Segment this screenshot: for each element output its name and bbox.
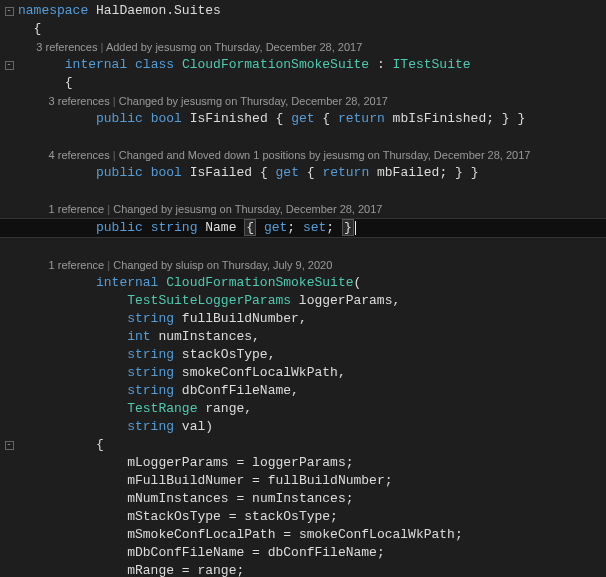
codelens-change[interactable]: Added by jesusmg on Thursday, December 2… <box>106 41 362 53</box>
code-line[interactable]: int numInstances, <box>0 328 606 346</box>
code-line[interactable]: mRange = range; <box>0 562 606 577</box>
value: numInstances <box>252 491 346 506</box>
field: mLoggerParams <box>127 455 228 470</box>
param-type: string <box>127 419 174 434</box>
codelens-change[interactable]: Changed and Moved down 1 positions by je… <box>119 149 531 161</box>
code-line[interactable]: - { <box>0 436 606 454</box>
code-line[interactable]: string val) <box>0 418 606 436</box>
code-line[interactable]: - internal class CloudFormationSmokeSuit… <box>0 56 606 74</box>
value: stackOsType <box>244 509 330 524</box>
field: mStackOsType <box>127 509 221 524</box>
value: loggerParams <box>252 455 346 470</box>
codelens-change[interactable]: Changed by sluisp on Thursday, July 9, 2… <box>113 259 332 271</box>
blank-line[interactable] <box>0 128 606 146</box>
codelens-refs[interactable]: 4 references <box>49 149 110 161</box>
codelens-refs[interactable]: 1 reference <box>49 203 105 215</box>
fold-icon[interactable]: - <box>5 61 14 70</box>
param-type: TestSuiteLoggerParams <box>127 293 291 308</box>
param-type: string <box>127 365 174 380</box>
codelens-change[interactable]: Changed by jesusmg on Thursday, December… <box>113 203 382 215</box>
value: fullBuildNumber <box>268 473 385 488</box>
keyword: internal <box>65 57 127 72</box>
fold-icon[interactable]: - <box>5 441 14 450</box>
field: mFullBuildNumer <box>127 473 244 488</box>
code-line-active[interactable]: public string Name { get; set; } <box>0 218 606 238</box>
fold-icon[interactable]: - <box>5 7 14 16</box>
code-line[interactable]: internal CloudFormationSmokeSuite( <box>0 274 606 292</box>
code-line[interactable]: TestRange range, <box>0 400 606 418</box>
interface-name: ITestSuite <box>393 57 471 72</box>
param-name: smokeConfLocalWkPath <box>182 365 338 380</box>
param-type: int <box>127 329 150 344</box>
param-name: dbConfFileName <box>182 383 291 398</box>
param-type: TestRange <box>127 401 197 416</box>
code-line[interactable]: string dbConfFileName, <box>0 382 606 400</box>
code-line[interactable]: mDbConfFileName = dbConfFileName; <box>0 544 606 562</box>
code-line[interactable]: mFullBuildNumer = fullBuildNumber; <box>0 472 606 490</box>
codelens-refs[interactable]: 1 reference <box>49 259 105 271</box>
codelens-line[interactable]: 3 references | Changed by jesusmg on Thu… <box>0 92 606 110</box>
value: dbConfFileName <box>268 545 377 560</box>
namespace-name: HalDaemon.Suites <box>96 3 221 18</box>
value: range <box>197 563 236 577</box>
value: smokeConfLocalWkPath <box>299 527 455 542</box>
field: mDbConfFileName <box>127 545 244 560</box>
param-name: fullBuildNumber <box>182 311 299 326</box>
class-name: CloudFormationSmokeSuite <box>182 57 369 72</box>
caret-icon <box>355 221 356 235</box>
codelens-line[interactable]: 1 reference | Changed by jesusmg on Thur… <box>0 200 606 218</box>
codelens-line[interactable]: 1 reference | Changed by sluisp on Thurs… <box>0 256 606 274</box>
code-line[interactable]: TestSuiteLoggerParams loggerParams, <box>0 292 606 310</box>
param-name: val <box>182 419 205 434</box>
colon: : <box>377 57 385 72</box>
brace: { <box>96 437 104 452</box>
param-type: string <box>127 311 174 326</box>
param-name: numInstances <box>158 329 252 344</box>
code-line[interactable]: public bool IsFailed { get { return mbFa… <box>0 164 606 182</box>
code-line[interactable]: mNumInstances = numInstances; <box>0 490 606 508</box>
param-type: string <box>127 347 174 362</box>
code-line[interactable]: mSmokeConfLocalPath = smokeConfLocalWkPa… <box>0 526 606 544</box>
code-line[interactable]: public bool IsFinished { get { return mb… <box>0 110 606 128</box>
code-line[interactable]: string smokeConfLocalWkPath, <box>0 364 606 382</box>
code-line[interactable]: mStackOsType = stackOsType; <box>0 508 606 526</box>
code-line[interactable]: - namespace HalDaemon.Suites <box>0 2 606 20</box>
brace: { <box>34 21 42 36</box>
param-name: range <box>205 401 244 416</box>
brace: { <box>65 75 73 90</box>
code-line[interactable]: { <box>0 20 606 38</box>
blank-line[interactable] <box>0 238 606 256</box>
code-line[interactable]: string stackOsType, <box>0 346 606 364</box>
param-name: stackOsType <box>182 347 268 362</box>
field: mNumInstances <box>127 491 228 506</box>
code-line[interactable]: string fullBuildNumber, <box>0 310 606 328</box>
keyword: namespace <box>18 3 88 18</box>
blank-line[interactable] <box>0 182 606 200</box>
code-line[interactable]: mLoggerParams = loggerParams; <box>0 454 606 472</box>
code-line[interactable]: { <box>0 74 606 92</box>
param-type: string <box>127 383 174 398</box>
codelens-change[interactable]: Changed by jesusmg on Thursday, December… <box>119 95 388 107</box>
param-name: loggerParams <box>299 293 393 308</box>
codelens-line[interactable]: 3 references | Added by jesusmg on Thurs… <box>0 38 606 56</box>
field: mRange <box>127 563 174 577</box>
codelens-refs[interactable]: 3 references <box>36 41 97 53</box>
codelens-refs[interactable]: 3 references <box>49 95 110 107</box>
keyword: class <box>135 57 174 72</box>
codelens-line[interactable]: 4 references | Changed and Moved down 1 … <box>0 146 606 164</box>
field: mSmokeConfLocalPath <box>127 527 275 542</box>
code-editor[interactable]: - namespace HalDaemon.Suites { 3 referen… <box>0 0 606 577</box>
